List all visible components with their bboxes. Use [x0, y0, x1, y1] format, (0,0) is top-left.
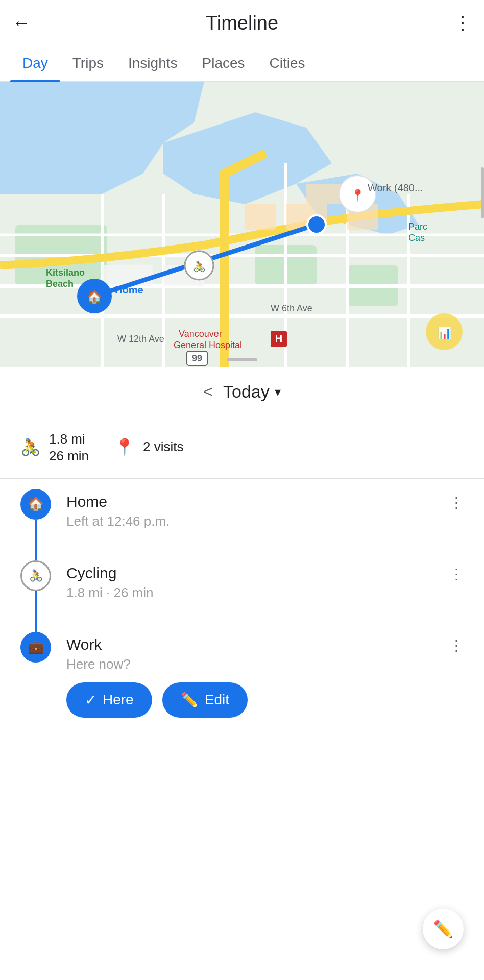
cycling-title: Cycling — [66, 565, 448, 582]
svg-text:📍: 📍 — [351, 188, 365, 202]
header: ← Timeline ⋮ — [0, 0, 484, 46]
svg-text:Kitsilano: Kitsilano — [46, 267, 85, 278]
tab-insights[interactable]: Insights — [116, 46, 190, 81]
work-title: Work — [66, 636, 448, 653]
cycling-subtitle: 1.8 mi · 26 min — [66, 585, 448, 601]
work-action-buttons: ✓ Here ✏️ Edit — [66, 682, 448, 718]
svg-text:General Hospital: General Hospital — [174, 340, 242, 350]
cycling-icon: 🚴 — [20, 437, 41, 457]
prev-date-button[interactable]: < — [203, 382, 213, 401]
svg-text:🏠: 🏠 — [87, 289, 102, 304]
home-more-button[interactable]: ⋮ — [449, 494, 464, 511]
svg-text:W 6th Ave: W 6th Ave — [271, 303, 312, 313]
date-dropdown-arrow: ▾ — [275, 385, 281, 399]
home-timeline-icon: 🏠 — [20, 489, 51, 520]
more-options-button[interactable]: ⋮ — [453, 12, 472, 34]
work-timeline-icon: 💼 — [20, 632, 51, 663]
home-subtitle: Left at 12:46 p.m. — [66, 513, 448, 529]
svg-text:Cas: Cas — [408, 233, 425, 243]
date-navigation: < Today ▾ — [0, 368, 484, 416]
svg-text:H: H — [275, 333, 282, 344]
svg-text:🚴: 🚴 — [193, 260, 206, 273]
svg-rect-18 — [102, 265, 153, 286]
svg-text:Home: Home — [115, 284, 143, 296]
work-subtitle: Here now? — [66, 656, 448, 672]
cycling-time: 26 min — [49, 448, 89, 464]
fab-pencil-icon: ✏️ — [433, 919, 453, 939]
visits-stat: 📍 2 visits — [114, 437, 183, 457]
stats-bar: 🚴 1.8 mi 26 min 📍 2 visits — [0, 416, 484, 478]
tab-cities[interactable]: Cities — [257, 46, 318, 81]
svg-text:📊: 📊 — [438, 326, 452, 340]
here-button[interactable]: ✓ Here — [66, 682, 152, 718]
svg-text:99: 99 — [192, 353, 202, 363]
tab-places[interactable]: Places — [189, 46, 257, 81]
cycling-timeline-icon: 🚴 — [20, 560, 51, 591]
svg-text:Beach: Beach — [46, 279, 74, 289]
svg-text:W 12th Ave: W 12th Ave — [117, 334, 164, 344]
svg-text:Work (480...: Work (480... — [368, 182, 423, 193]
home-title: Home — [66, 493, 448, 510]
tab-day[interactable]: Day — [10, 46, 60, 81]
work-more-button[interactable]: ⋮ — [449, 637, 464, 654]
back-button[interactable]: ← — [12, 12, 31, 34]
svg-text:Parc: Parc — [408, 222, 427, 232]
edit-fab-button[interactable]: ✏️ — [423, 909, 464, 949]
cycling-distance: 1.8 mi — [49, 431, 89, 448]
svg-point-25 — [307, 215, 326, 234]
page-title: Timeline — [206, 12, 278, 34]
location-pin-icon: 📍 — [114, 437, 135, 457]
timeline: 🏠 Home Left at 12:46 p.m. ⋮ 🚴 Cycling 1.… — [0, 479, 484, 733]
edit-button[interactable]: ✏️ Edit — [162, 682, 248, 718]
svg-rect-14 — [245, 204, 276, 230]
cycling-stat: 🚴 1.8 mi 26 min — [20, 431, 89, 464]
map-drag-handle[interactable] — [227, 358, 257, 361]
pencil-icon: ✏️ — [181, 692, 199, 708]
tabs-bar: Day Trips Insights Places Cities — [0, 46, 484, 82]
tab-trips[interactable]: Trips — [60, 46, 116, 81]
date-selector[interactable]: Today ▾ — [223, 382, 281, 402]
scrollbar — [481, 167, 484, 218]
checkmark-icon: ✓ — [85, 692, 96, 708]
map-view[interactable]: 🏠 🚴 📍 Kitsilano Beach Parc Cas Home Work… — [0, 82, 484, 368]
cycling-more-button[interactable]: ⋮ — [449, 566, 464, 582]
visits-count: 2 visits — [143, 438, 183, 456]
svg-text:Vancouver: Vancouver — [179, 329, 222, 339]
